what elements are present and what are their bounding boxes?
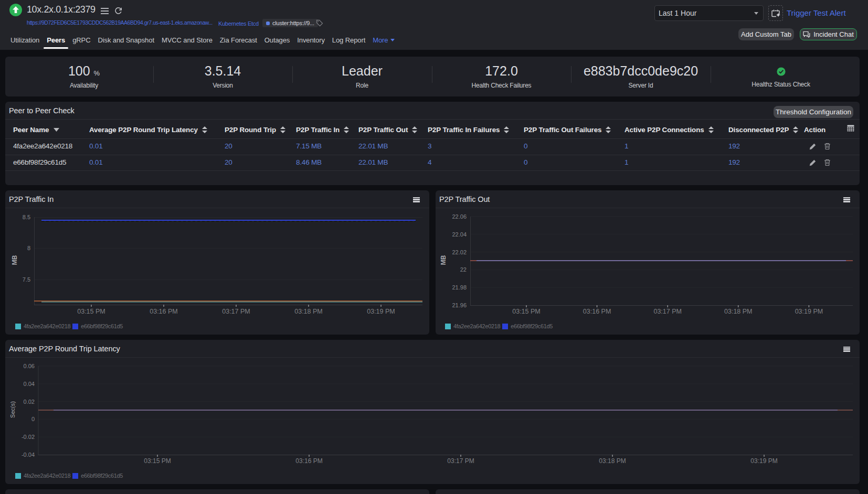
svg-text:22.04: 22.04 [452,231,467,238]
svg-text:03:16 PM: 03:16 PM [150,308,178,315]
svg-text:0.04: 0.04 [24,381,35,387]
svg-text:03:16 PM: 03:16 PM [295,457,322,465]
svg-text:03:15 PM: 03:15 PM [77,308,105,315]
svg-text:8.5: 8.5 [23,214,30,220]
svg-text:03:15 PM: 03:15 PM [512,308,541,315]
svg-text:03:17 PM: 03:17 PM [447,457,474,465]
svg-text:0.02: 0.02 [24,399,35,405]
svg-text:8: 8 [27,245,30,251]
svg-text:03:19 PM: 03:19 PM [367,308,395,315]
svg-text:03:19 PM: 03:19 PM [750,457,777,465]
svg-text:Sec(s): Sec(s) [9,401,16,418]
svg-text:0: 0 [31,416,35,422]
svg-text:7.5: 7.5 [23,276,30,283]
svg-text:MB: MB [11,255,18,265]
svg-text:03:15 PM: 03:15 PM [144,457,171,465]
svg-text:-0.02: -0.02 [22,434,35,440]
svg-text:03:16 PM: 03:16 PM [583,308,611,315]
svg-text:22: 22 [460,266,467,273]
svg-text:-0.04: -0.04 [22,452,35,458]
svg-text:03:17 PM: 03:17 PM [222,308,250,315]
svg-text:MB: MB [440,255,447,265]
svg-text:03:18 PM: 03:18 PM [599,457,626,465]
svg-text:03:19 PM: 03:19 PM [795,308,823,315]
svg-text:03:18 PM: 03:18 PM [724,308,753,315]
svg-text:21.98: 21.98 [452,284,467,291]
svg-text:22.02: 22.02 [452,249,467,255]
svg-text:22.06: 22.06 [452,213,467,220]
svg-text:0.06: 0.06 [24,363,35,369]
svg-text:03:18 PM: 03:18 PM [294,308,323,315]
svg-text:21.96: 21.96 [452,302,467,308]
svg-text:03:17 PM: 03:17 PM [653,308,682,315]
